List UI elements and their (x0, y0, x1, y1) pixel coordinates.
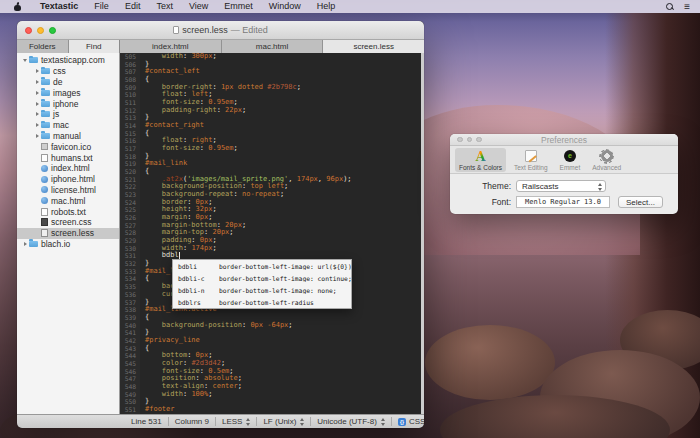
file-label: images (53, 88, 80, 98)
autocomplete-item-bdbli-n[interactable]: bdbli-nborder-bottom-left-image: none; (173, 284, 351, 296)
line-number: 511 (120, 99, 140, 107)
sidebar-item-mac[interactable]: mac (17, 120, 119, 131)
code-line-519[interactable]: 519#mail_link (120, 160, 424, 168)
status-text: Line 531 (131, 417, 162, 426)
font-select-button[interactable]: Select... (618, 196, 663, 208)
menu-item-textastic[interactable]: Textastic (32, 1, 86, 11)
spotlight-icon[interactable] (666, 3, 674, 11)
sidebar-item-favicon-ico[interactable]: favicon.ico (17, 141, 119, 152)
code-line-540[interactable]: 540 background-position: 0px -64px; (120, 322, 424, 330)
theme-dropdown[interactable]: Railscasts (516, 180, 606, 192)
code-text: width: 300px; (145, 53, 217, 61)
code-editor[interactable]: 505 width: 300px;506}507#contact_left508… (120, 53, 424, 414)
sidebar-item-textasticapp-com[interactable]: textasticapp.com (17, 55, 119, 66)
sidebar-item-iphone[interactable]: iphone (17, 98, 119, 109)
code-line-505[interactable]: 505 width: 300px; (120, 53, 424, 61)
code-line-514[interactable]: 514#contact_right (120, 122, 424, 130)
code-line-549[interactable]: 549 width: 100%; (120, 391, 424, 399)
notification-center-icon[interactable]: ≡ (684, 0, 690, 13)
preferences-window: Preferences AFonts & ColorsText Editinge… (450, 134, 678, 214)
prefs-tab-emmet[interactable]: eEmmet (556, 148, 585, 172)
edited-badge: — Edited (231, 25, 268, 35)
disclosure-icon[interactable] (33, 112, 41, 116)
apple-icon[interactable] (14, 3, 22, 11)
sidebar-item-de[interactable]: de (17, 77, 119, 88)
code-line-517[interactable]: 517 font-size: 0.95em; (120, 145, 424, 153)
sidebar-item-humans-txt[interactable]: humans.txt (17, 152, 119, 163)
sidebar-item-blach-io[interactable]: blach.io (17, 239, 119, 250)
disclosure-icon[interactable] (21, 242, 29, 246)
sidebar-item-screen-css[interactable]: screen.css (17, 217, 119, 228)
preferences-title: Preferences (450, 135, 678, 145)
file-label: humans.txt (51, 153, 93, 163)
disclosure-icon[interactable] (21, 59, 29, 62)
menu-bar: TextasticFileEditTextViewEmmetWindowHelp… (0, 0, 700, 13)
folder-icon (41, 122, 50, 128)
html-icon (41, 165, 48, 172)
sidebar-item-license-html[interactable]: license.html (17, 185, 119, 196)
disclosure-icon[interactable] (33, 102, 41, 106)
sidebar-item-manual[interactable]: manual (17, 131, 119, 142)
sidebar-item-js[interactable]: js (17, 109, 119, 120)
prefs-tab-text-editing[interactable]: Text Editing (510, 148, 552, 172)
folder-icon (41, 111, 50, 117)
menu-item-window[interactable]: Window (261, 1, 309, 11)
autocomplete-item-bdbli-c[interactable]: bdbli-cborder-bottom-left-image: continu… (173, 272, 351, 284)
disclosure-down-icon (23, 59, 27, 62)
line-number: 546 (120, 368, 140, 376)
disclosure-icon[interactable] (33, 123, 41, 127)
line-number: 544 (120, 352, 140, 360)
disclosure-right-icon (36, 134, 39, 138)
window-titlebar[interactable]: screen.less — Edited (17, 21, 424, 40)
sidebar-item-screen-less[interactable]: screen.less (17, 228, 119, 239)
line-number: 520 (120, 168, 140, 176)
disclosure-icon[interactable] (33, 80, 41, 84)
disclosure-right-icon (36, 102, 39, 106)
disclosure-icon[interactable] (33, 69, 41, 73)
sidebar-tabs: FoldersFind (17, 40, 120, 53)
tab-index-html[interactable]: index.html (120, 40, 222, 53)
status-unicode-utf-8-[interactable]: Unicode (UTF-8) (311, 417, 392, 426)
menu-item-file[interactable]: File (86, 1, 117, 11)
menu-item-edit[interactable]: Edit (117, 1, 149, 11)
abbreviation: bdblrs (173, 299, 219, 306)
sidebar-item-robots-txt[interactable]: robots.txt (17, 206, 119, 217)
sidebar-item-images[interactable]: images (17, 87, 119, 98)
menu-item-emmet[interactable]: Emmet (216, 1, 261, 11)
: A (474, 149, 488, 163)
disclosure-icon[interactable] (33, 134, 41, 138)
tab-find[interactable]: Find (69, 40, 120, 53)
sidebar-item-index-html[interactable]: index.html (17, 163, 119, 174)
autocomplete-item-bdbli[interactable]: bdbliborder-bottom-left-image: url(${0})… (173, 260, 351, 272)
code-text: background-position: 0px -64px; (145, 322, 293, 330)
line-number: 545 (120, 360, 140, 368)
txt-icon (41, 154, 48, 162)
menu-item-help[interactable]: Help (309, 1, 344, 11)
prefs-tab-advanced[interactable]: Advanced (588, 148, 625, 172)
status-less[interactable]: LESS (216, 417, 257, 426)
menu-item-text[interactable]: Text (148, 1, 181, 11)
css-icon: {} (398, 418, 406, 426)
disclosure-icon[interactable] (33, 91, 41, 95)
tab-folders[interactable]: Folders (17, 40, 69, 53)
line-number: 550 (120, 398, 140, 406)
code-line-512[interactable]: 512 padding-right: 22px; (120, 107, 424, 115)
preferences-titlebar[interactable]: Preferences (450, 134, 678, 146)
sidebar-item-mac-html[interactable]: mac.html (17, 195, 119, 206)
code-line-542[interactable]: 542#privacy_line (120, 337, 424, 345)
menu-item-view[interactable]: View (181, 1, 216, 11)
prefs-tab-fonts-colors[interactable]: AFonts & Colors (455, 148, 506, 172)
sidebar-item-iphone-html[interactable]: iphone.html (17, 174, 119, 185)
editor-scrollbar[interactable] (421, 53, 424, 414)
status-lf-unix-[interactable]: LF (Unix) (257, 417, 311, 426)
file-label: textasticapp.com (41, 55, 105, 65)
tab-screen-less[interactable]: screen.less (323, 40, 424, 53)
sidebar-item-css[interactable]: css (17, 66, 119, 77)
status-css-mail-link[interactable]: {}CSS: #mail_link (392, 417, 424, 426)
autocomplete-item-bdblrs[interactable]: bdblrsborder-bottom-left-radius (173, 296, 351, 308)
code-line-551[interactable]: 551#footer (120, 406, 424, 414)
line-number: 524 (120, 199, 140, 207)
line-number: 514 (120, 122, 140, 130)
code-line-507[interactable]: 507#contact_left (120, 68, 424, 76)
tab-mac-html[interactable]: mac.html (222, 40, 324, 53)
